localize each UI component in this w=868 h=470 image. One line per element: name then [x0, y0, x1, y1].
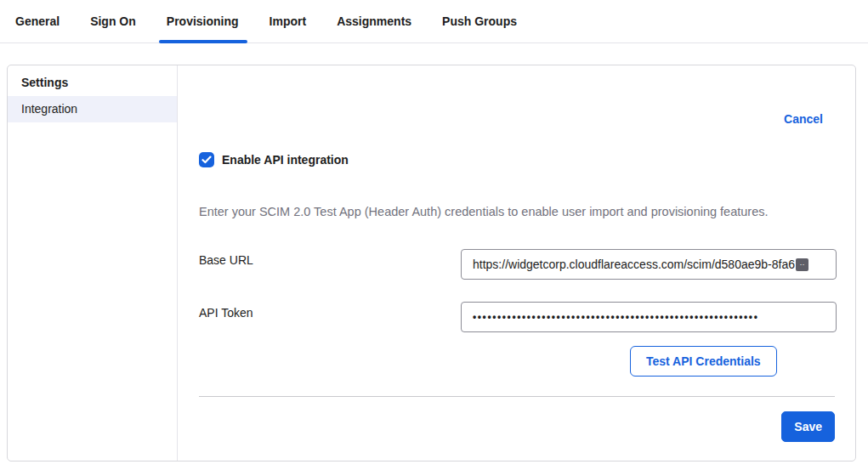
tab-push-groups[interactable]: Push Groups: [442, 0, 517, 43]
sidebar-item-label: Integration: [21, 102, 77, 116]
app-tab-bar: General Sign On Provisioning Import Assi…: [0, 0, 868, 43]
cancel-link[interactable]: Cancel: [784, 112, 823, 126]
settings-sidebar: Settings Integration: [8, 65, 178, 461]
enable-api-integration-checkbox[interactable]: [199, 152, 214, 167]
api-token-input[interactable]: ••••••••••••••••••••••••••••••••••••••••…: [461, 302, 837, 332]
api-token-label: API Token: [199, 306, 253, 320]
tab-provisioning[interactable]: Provisioning: [167, 0, 239, 43]
save-button[interactable]: Save: [781, 411, 835, 442]
text-overflow-marker: ··: [796, 258, 808, 271]
base-url-label: Base URL: [199, 253, 253, 267]
provisioning-panel: Settings Integration Cancel Enable API i…: [7, 65, 856, 462]
tab-import-label: Import: [269, 14, 307, 28]
active-tab-underline: [159, 40, 247, 43]
provisioning-settings-page: General Sign On Provisioning Import Assi…: [0, 0, 868, 470]
enable-api-integration-row: Enable API integration: [199, 152, 349, 167]
tab-assignments[interactable]: Assignments: [337, 0, 411, 43]
footer-divider: [199, 396, 835, 397]
sidebar-header: Settings: [8, 65, 177, 96]
base-url-value: https://widgetcorp.cloudflareaccess.com/…: [473, 258, 795, 271]
tab-import[interactable]: Import: [269, 0, 307, 43]
tab-general-label: General: [15, 14, 60, 28]
check-icon: [201, 156, 212, 164]
credentials-description: Enter your SCIM 2.0 Test App (Header Aut…: [199, 205, 835, 218]
api-token-masked-value: ••••••••••••••••••••••••••••••••••••••••…: [473, 311, 758, 323]
sidebar-item-integration[interactable]: Integration: [8, 96, 177, 122]
tab-push-groups-label: Push Groups: [442, 14, 517, 28]
tab-general[interactable]: General: [15, 0, 60, 43]
tab-sign-on[interactable]: Sign On: [90, 0, 136, 43]
base-url-input[interactable]: https://widgetcorp.cloudflareaccess.com/…: [461, 249, 837, 280]
tab-assignments-label: Assignments: [337, 14, 411, 28]
test-api-credentials-button[interactable]: Test API Credentials: [630, 346, 777, 377]
enable-api-integration-label: Enable API integration: [222, 153, 349, 167]
tab-provisioning-label: Provisioning: [167, 14, 239, 28]
integration-settings-content: Cancel Enable API integration Enter your…: [178, 65, 855, 461]
tab-sign-on-label: Sign On: [90, 14, 136, 28]
